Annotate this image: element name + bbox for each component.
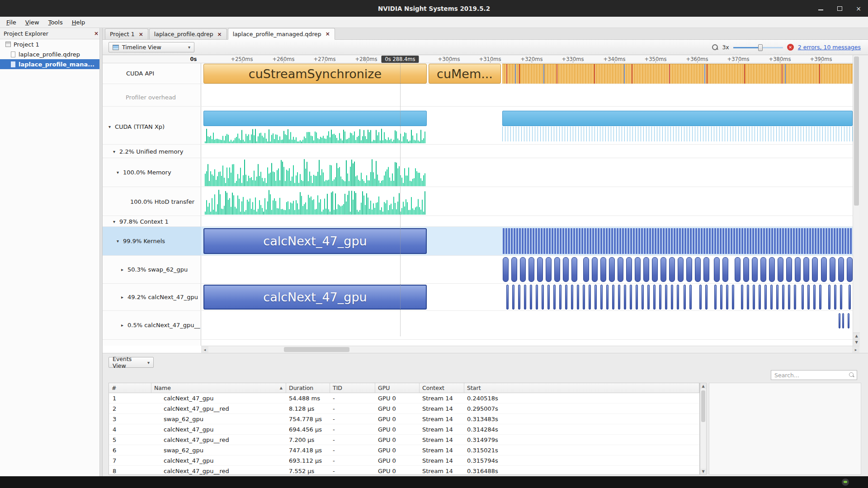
kernel-pill[interactable] — [703, 257, 709, 282]
kernel-pill[interactable] — [714, 257, 720, 282]
table-row[interactable]: 1calcNext_47_gpu54.488 ms-GPU 0Stream 14… — [109, 393, 699, 404]
messages-link[interactable]: 2 errors, 10 messages — [798, 44, 861, 51]
kernel-pill[interactable] — [571, 257, 577, 282]
table-row[interactable]: 6swap_62_gpu747.418 µs-GPU 0Stream 140.3… — [109, 445, 699, 455]
hscrollbar-thumb[interactable] — [284, 347, 349, 352]
kernel-pill[interactable] — [834, 285, 836, 310]
kernel-pill[interactable] — [563, 257, 569, 282]
kernel-pill[interactable] — [583, 257, 589, 282]
timeline-row-100-0-memory[interactable]: ▾100.0% Memory — [103, 158, 853, 187]
scroll-up-icon[interactable]: ▲ — [853, 333, 860, 339]
kernel-pill[interactable] — [669, 257, 675, 282]
view-selector[interactable]: Timeline View ▾ — [108, 42, 194, 52]
kernel-pill[interactable] — [559, 285, 561, 310]
activity-graph[interactable] — [205, 128, 426, 143]
kernel-pill[interactable] — [594, 285, 597, 310]
chevron-down-icon[interactable]: ▾ — [117, 239, 123, 244]
column-header-context[interactable]: Context — [420, 383, 464, 393]
column-header-start[interactable]: Start — [464, 383, 699, 393]
timeline-bar[interactable]: calcNext_47_gpu — [203, 285, 427, 310]
kernel-pill[interactable] — [653, 285, 656, 310]
timeline-row-2-2-unified-memory[interactable]: ▾2.2% Unified memory — [103, 145, 853, 158]
table-row[interactable]: 7calcNext_47_gpu693.112 µs-GPU 0Stream 1… — [109, 455, 699, 466]
kernel-pill[interactable] — [699, 285, 702, 310]
activity-graph[interactable] — [205, 189, 426, 215]
column-header-num[interactable]: # — [109, 383, 151, 393]
kernel-pill[interactable] — [838, 257, 844, 282]
kernel-pill[interactable] — [528, 257, 534, 282]
kernel-pill[interactable] — [849, 285, 851, 310]
kernel-pill[interactable] — [821, 257, 827, 282]
timeline-hscrollbar[interactable]: ◂ ▸ — [201, 346, 859, 353]
kernel-pill[interactable] — [600, 257, 606, 282]
kernel-pill[interactable] — [686, 257, 692, 282]
timeline-row-100-0-htod-transfer[interactable]: 100.0% HtoD transfer — [103, 188, 853, 216]
scroll-right-icon[interactable]: ▸ — [852, 346, 859, 353]
kernel-pill[interactable] — [776, 285, 778, 310]
column-header-duration[interactable]: Duration — [286, 383, 330, 393]
kernel-pill[interactable] — [547, 285, 550, 310]
activity-graph[interactable] — [205, 159, 426, 186]
kernel-pill[interactable] — [770, 285, 773, 310]
kernel-pill[interactable] — [659, 285, 661, 310]
kernel-pill[interactable] — [722, 257, 728, 282]
menu-file[interactable]: File — [2, 18, 21, 27]
kernel-pill[interactable] — [624, 285, 626, 310]
kernel-pill[interactable] — [720, 285, 722, 310]
kernel-pill[interactable] — [546, 257, 552, 282]
kernel-pill[interactable] — [741, 285, 743, 310]
kernel-pill[interactable] — [812, 257, 818, 282]
search-input[interactable] — [771, 370, 857, 380]
kernel-pill[interactable] — [788, 285, 790, 310]
kernel-pill[interactable] — [612, 285, 614, 310]
kernel-instances[interactable] — [503, 257, 853, 282]
scroll-left-icon[interactable]: ◂ — [201, 346, 208, 353]
explorer-item-laplace-profile-qdrep[interactable]: laplace_profile.qdrep — [0, 49, 102, 59]
kernel-pill[interactable] — [537, 257, 543, 282]
chat-bubble-icon[interactable] — [842, 479, 849, 486]
column-header-name[interactable]: Name▲ — [151, 383, 286, 393]
column-header-gpu[interactable]: GPU — [375, 383, 420, 393]
kernel-pill[interactable] — [583, 285, 585, 310]
kernel-pill[interactable] — [520, 257, 526, 282]
kernel-pill[interactable] — [830, 257, 835, 282]
kernel-pill[interactable] — [732, 285, 734, 310]
timeline-bar[interactable]: cuMem... — [429, 64, 501, 84]
kernel-pill[interactable] — [786, 257, 792, 282]
kernel-pill[interactable] — [524, 285, 526, 310]
scroll-up-icon[interactable]: ▲ — [700, 383, 706, 389]
kernel-pill[interactable] — [626, 257, 632, 282]
kernel-pill[interactable] — [542, 285, 544, 310]
kernel-pill[interactable] — [600, 285, 603, 310]
kernel-pill[interactable] — [840, 285, 842, 310]
kernel-pill[interactable] — [536, 285, 538, 310]
kernel-pill[interactable] — [660, 257, 666, 282]
tab-laplace-profile-qdrep[interactable]: laplace_profile.qdrep× — [149, 28, 227, 39]
kernel-pill[interactable] — [678, 257, 684, 282]
close-icon[interactable]: × — [326, 31, 330, 37]
kernel-pill[interactable] — [842, 313, 844, 328]
kernel-pill[interactable] — [735, 257, 741, 282]
menu-view[interactable]: View — [21, 18, 44, 27]
kernel-pill[interactable] — [764, 285, 767, 310]
timeline-row-49-2-calcnext-47-gpu[interactable]: ▸49.2% calcNext_47_gpucalcNext_47_gpu — [103, 284, 853, 311]
kernel-pill[interactable] — [554, 257, 560, 282]
kernel-pill[interactable] — [565, 285, 567, 310]
maximize-button[interactable] — [836, 5, 843, 12]
kernel-pill[interactable] — [705, 285, 708, 310]
scroll-down-icon[interactable]: ▼ — [700, 469, 706, 474]
chevron-down-icon[interactable]: ▾ — [108, 124, 115, 129]
kernel-pill[interactable] — [778, 257, 783, 282]
kernel-pill[interactable] — [618, 257, 623, 282]
kernel-pill[interactable] — [553, 285, 556, 310]
timeline-vscrollbar[interactable]: ▲ ▼ — [853, 55, 859, 346]
kernel-pill[interactable] — [747, 285, 749, 310]
kernel-pill[interactable] — [794, 285, 796, 310]
table-row[interactable]: 8calcNext_47_gpu__red7.552 µs-GPU 0Strea… — [109, 466, 699, 475]
kernel-pill[interactable] — [647, 285, 650, 310]
timeline-row-99-9-kernels[interactable]: ▾99.9% KernelscalcNext_47_gpu — [103, 227, 853, 256]
kernel-pill[interactable] — [689, 285, 692, 310]
tab-project-1[interactable]: Project 1× — [105, 28, 148, 39]
kernel-pill[interactable] — [795, 257, 801, 282]
kernel-pill[interactable] — [506, 285, 509, 310]
